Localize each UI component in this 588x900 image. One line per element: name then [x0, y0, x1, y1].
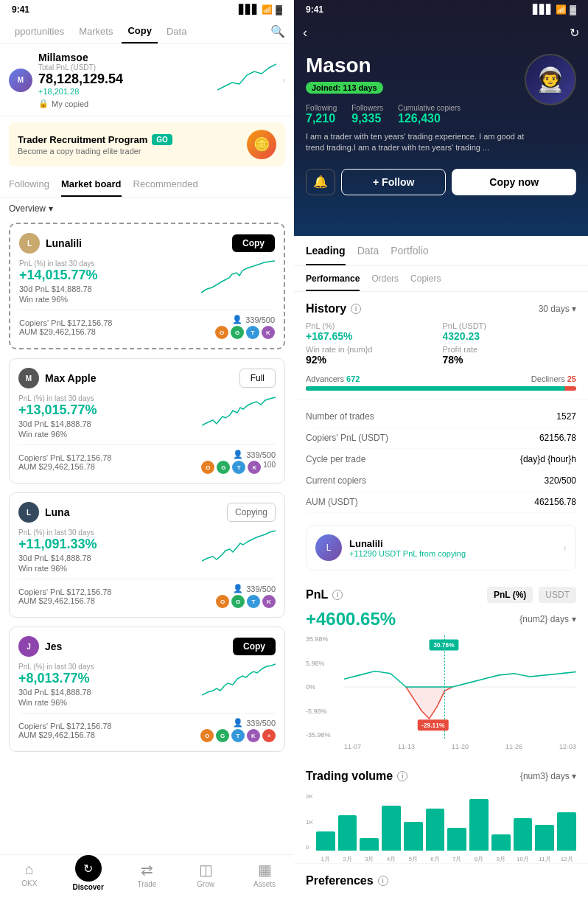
tab-leading[interactable]: Leading	[306, 245, 346, 265]
card-body: PnL (%) in last 30 days +14,015.77% 30d …	[19, 259, 275, 304]
stats-key: Current copiers	[306, 475, 366, 486]
vol-header: Trading volume i {num3} days ▾	[306, 770, 576, 783]
copying-button-luna[interactable]: Copying	[227, 503, 276, 522]
overview-label: Overview ▾	[0, 198, 294, 220]
adv-bar-bg	[306, 386, 576, 391]
copier-avatar: L	[315, 534, 342, 561]
history-days[interactable]: 30 days ▾	[539, 304, 576, 314]
promo-image: 🪙	[247, 130, 276, 159]
tab-opportunities[interactable]: pportunities	[9, 20, 70, 43]
subtab-recommended[interactable]: Recommended	[133, 178, 198, 197]
subtab-market-board[interactable]: Market board	[61, 178, 122, 197]
copy-button-jes[interactable]: Copy	[233, 638, 276, 655]
nav-item-discover[interactable]: ↻ Discover	[59, 861, 118, 891]
tab-copiers[interactable]: Copiers	[410, 273, 441, 291]
profile-stats: Following 7,210 Followers 9,335 Cumulati…	[306, 104, 525, 125]
vol-x-label: 3月	[360, 855, 379, 863]
following-label: Following	[306, 104, 337, 112]
trader-avatar: M	[9, 69, 32, 92]
vol-days[interactable]: {num3} days ▾	[520, 771, 576, 781]
footer-right: 👤 339/500 O G T K	[216, 584, 276, 608]
card-name-row: J Jes	[18, 636, 62, 657]
card-footer: Copiers' PnL $172,156.78 AUM $29,462,156…	[19, 310, 275, 339]
copy-button-lunalili[interactable]: Copy	[232, 234, 275, 252]
grow-icon: ◫	[199, 861, 213, 879]
vol-bar-group	[557, 812, 576, 851]
right-top-nav: ‹ ↻	[294, 19, 588, 46]
stat-winrate: Win rate 96%	[18, 698, 202, 707]
nav-label-grow: Grow	[197, 880, 214, 888]
card-footer: Copiers' PnL $172,156.78 AUM $29,462,156…	[18, 444, 276, 474]
people-icon: 👤	[232, 315, 242, 324]
nav-item-assets[interactable]: ▦ Assets	[235, 861, 294, 891]
stats-val: {day}d {hour}h	[520, 454, 576, 464]
copy-now-button[interactable]: Copy now	[452, 169, 576, 195]
vol-bars-area: 1月2月3月4月5月6月7月8月9月10月11月12月	[316, 792, 576, 863]
y-label-4: -5.98%	[306, 708, 343, 715]
following-value: 7,210	[306, 112, 337, 125]
tab-copy[interactable]: Copy	[122, 19, 158, 43]
nav-item-grow[interactable]: ◫ Grow	[176, 861, 235, 891]
tab-data[interactable]: Data	[161, 20, 192, 43]
nav-item-trade[interactable]: ⇄ Trade	[118, 861, 177, 891]
footer-right: 👤 339/500 O G T K 100	[201, 450, 276, 474]
trader-card[interactable]: M Max Apple Full PnL (%) in last 30 days…	[9, 358, 285, 484]
vol-x-label: 12月	[557, 855, 576, 863]
tab-performance[interactable]: Performance	[306, 273, 360, 291]
follow-button[interactable]: + Follow	[341, 169, 446, 195]
nav-item-okx[interactable]: ⌂ OKX	[0, 861, 59, 891]
tab-portfolio[interactable]: Portfolio	[391, 245, 428, 265]
stats-key: Copiers' PnL (USDT)	[306, 433, 388, 443]
extra-count: 100	[263, 461, 276, 474]
card-stats: PnL (%) in last 30 days +13,015.77% 30d …	[18, 394, 202, 439]
profile-actions: 🔔 + Follow Copy now	[294, 169, 588, 207]
nav-tabs: pportunities Markets Copy Data 🔍	[0, 19, 294, 44]
pnl-toggle-pct[interactable]: PnL (%)	[487, 587, 533, 603]
pnl-toggle-usdt[interactable]: USDT	[539, 587, 576, 603]
history-title: History i	[306, 302, 361, 315]
tab-orders[interactable]: Orders	[371, 273, 399, 291]
trader-header[interactable]: M Millamsoe Total PnL (USDT) 78,128,129.…	[0, 44, 294, 116]
vol-bar-group	[404, 822, 423, 851]
back-button[interactable]: ‹	[303, 22, 313, 43]
card-avatar: L	[18, 502, 39, 523]
pnl-label: PnL (%) in last 30 days	[19, 259, 201, 268]
vol-bar-group	[426, 809, 445, 851]
tab-data[interactable]: Data	[357, 245, 379, 265]
pnl-days[interactable]: {num2} days ▾	[519, 614, 576, 624]
right-time: 9:41	[306, 4, 323, 15]
token-badge-k: K	[247, 729, 260, 742]
pnl-label: Total PnL (USDT)	[38, 63, 211, 71]
profile-avatar: 👨‍🚀	[525, 54, 576, 105]
vol-bar-group	[514, 818, 533, 851]
refresh-button[interactable]: ↻	[570, 26, 579, 40]
subtab-following[interactable]: Following	[9, 178, 49, 197]
stat-cumulative: Cumulative copiers 126,430	[398, 104, 461, 125]
copier-pnl: +11290 USDT PnL from copying	[349, 549, 556, 558]
pnl-big-value: +4600.65%	[306, 609, 396, 629]
trader-card[interactable]: J Jes Copy PnL (%) in last 30 days +8,01…	[9, 627, 285, 752]
chart-sparkline	[217, 60, 276, 100]
advancers-label: Advancers 672	[306, 374, 360, 383]
trader-card[interactable]: L Lunalili Copy PnL (%) in last 30 days …	[9, 223, 285, 349]
tab-markets[interactable]: Markets	[73, 20, 119, 43]
search-icon[interactable]: 🔍	[270, 24, 285, 38]
left-panel: 9:41 ▋▋▋ 📶 ▓ pportunities Markets Copy D…	[0, 0, 294, 900]
stat-30d: 30d PnL $14,888.78	[18, 419, 202, 428]
vol-x-label: 11月	[535, 855, 554, 863]
right-content: Leading Data Portfolio Performance Order…	[294, 236, 588, 900]
full-button-maxapple[interactable]: Full	[239, 369, 276, 388]
copier-count: 👤 339/500	[233, 718, 276, 728]
token-badge-g: G	[231, 326, 244, 339]
hist-profitrate-label: Profit rate	[443, 345, 577, 354]
copier-card[interactable]: L Lunalili +11290 USDT PnL from copying …	[306, 525, 576, 571]
stat-winrate: Win rate 96%	[18, 430, 202, 439]
vol-bar	[404, 822, 423, 851]
vol-x-label: 7月	[447, 855, 466, 863]
promo-banner[interactable]: Trader Recruitment Program GO Become a c…	[9, 122, 285, 167]
y-label-1: 35.98%	[306, 635, 343, 643]
perf-tabs: Performance Orders Copiers	[294, 266, 588, 292]
copier-count: 👤 339/500	[232, 315, 275, 324]
alert-button[interactable]: 🔔	[306, 169, 335, 195]
trader-card[interactable]: L Luna Copying PnL (%) in last 30 days +…	[9, 492, 285, 618]
